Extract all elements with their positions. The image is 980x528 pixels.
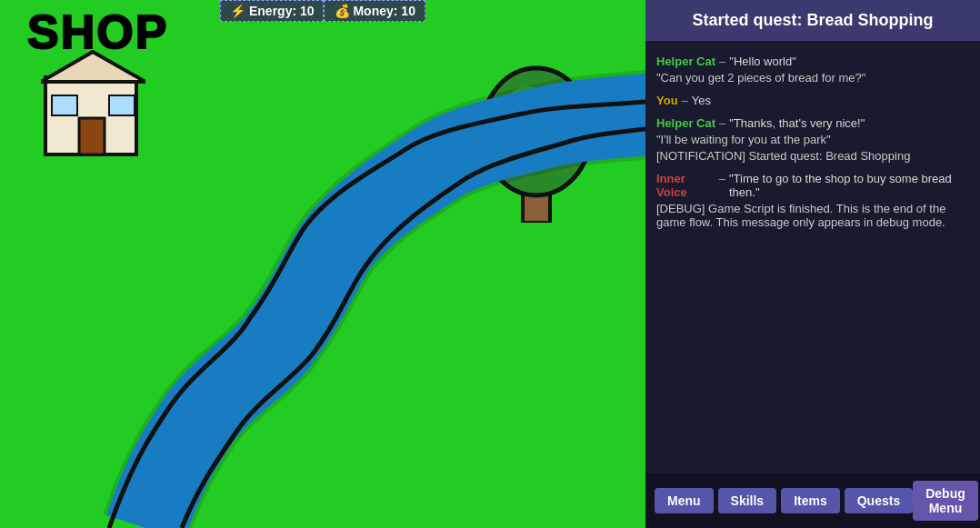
speaker-line-4: Inner Voice – "Time to go to the shop to… [656, 172, 969, 199]
chat-text-1a: "Can you get 2 pieces of bread for me?" [656, 71, 969, 85]
quest-header: Started quest: Bread Shopping [645, 0, 980, 41]
items-button[interactable]: Items [781, 488, 840, 513]
speaker-helper-cat-1: Helper Cat [656, 55, 715, 68]
speaker-line-2: You – Yes [656, 94, 969, 107]
quests-button[interactable]: Quests [845, 488, 913, 513]
chat-text-3a: "I'll be waiting for you at the park" [656, 133, 969, 146]
debug-text-1: [DEBUG] Game Script is finished. This is… [656, 202, 969, 229]
quote-3: "Thanks, that's very nice!" [729, 116, 865, 130]
chat-area: Helper Cat – "Hello world" "Can you get … [645, 41, 980, 473]
svg-point-7 [500, 86, 555, 150]
speaker-line-1: Helper Cat – "Hello world" [656, 55, 969, 68]
game-area: ⚡ Energy: 10 💰 Money: 10 SHOP [0, 0, 645, 528]
quote-2: Yes [692, 94, 711, 107]
skills-button[interactable]: Skills [718, 488, 777, 513]
quote-1: "Hello world" [729, 55, 796, 68]
dash-3: – [719, 116, 725, 130]
svg-rect-4 [109, 95, 135, 115]
right-panel: Started quest: Bread Shopping Helper Cat… [645, 0, 980, 528]
svg-rect-3 [52, 95, 77, 115]
menu-button[interactable]: Menu [655, 488, 714, 513]
chat-block-3: Helper Cat – "Thanks, that's very nice!"… [656, 116, 969, 163]
chat-block-4: Inner Voice – "Time to go to the shop to… [656, 172, 969, 229]
speaker-you: You [656, 94, 678, 107]
dash-1: – [719, 55, 725, 68]
energy-display: ⚡ Energy: 10 [220, 0, 324, 22]
speaker-line-3: Helper Cat – "Thanks, that's very nice!" [656, 116, 969, 130]
quote-4: "Time to go to the shop to buy some brea… [729, 172, 969, 199]
speaker-inner-voice: Inner Voice [656, 172, 715, 199]
chat-block-1: Helper Cat – "Hello world" "Can you get … [656, 55, 969, 85]
notification-1: [NOTIFICATION] Started quest: Bread Shop… [656, 149, 969, 163]
chat-block-2: You – Yes [656, 94, 969, 107]
dash-4: – [719, 172, 725, 185]
svg-marker-1 [41, 52, 145, 82]
bottom-bar: Menu Skills Items Quests Debug Menu [645, 473, 980, 528]
tree [477, 59, 595, 223]
svg-rect-2 [79, 118, 105, 154]
shop-building [41, 50, 145, 159]
money-display: 💰 Money: 10 [325, 0, 425, 22]
hud: ⚡ Energy: 10 💰 Money: 10 [220, 0, 425, 22]
dash-2: – [682, 94, 688, 107]
debug-menu-button[interactable]: Debug Menu [913, 481, 978, 521]
speaker-helper-cat-2: Helper Cat [656, 116, 715, 130]
